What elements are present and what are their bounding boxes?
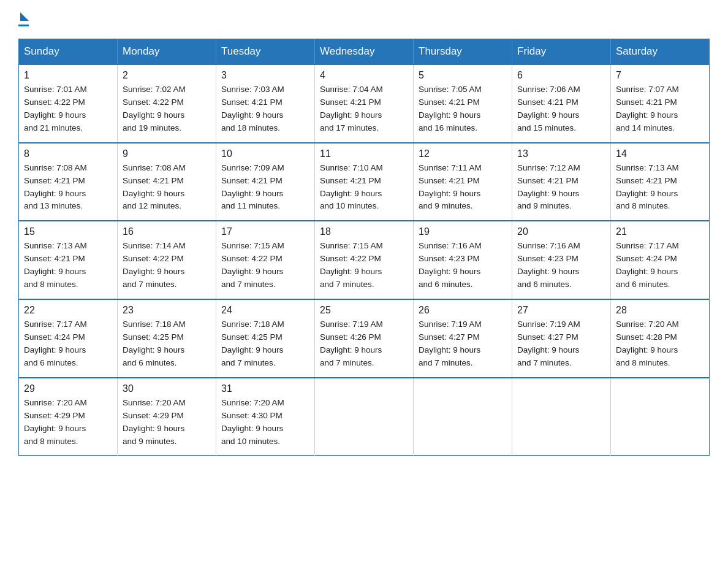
calendar-cell: 8Sunrise: 7:08 AMSunset: 4:21 PMDaylight…	[19, 143, 118, 221]
calendar-cell: 23Sunrise: 7:18 AMSunset: 4:25 PMDayligh…	[118, 299, 216, 378]
day-info: Sunrise: 7:20 AMSunset: 4:28 PMDaylight:…	[616, 318, 704, 370]
day-info: Sunrise: 7:19 AMSunset: 4:27 PMDaylight:…	[517, 318, 605, 370]
calendar-cell: 26Sunrise: 7:19 AMSunset: 4:27 PMDayligh…	[414, 299, 512, 378]
calendar-cell: 4Sunrise: 7:04 AMSunset: 4:21 PMDaylight…	[315, 64, 414, 143]
calendar-cell: 10Sunrise: 7:09 AMSunset: 4:21 PMDayligh…	[216, 143, 315, 221]
calendar-cell	[315, 378, 414, 456]
day-info: Sunrise: 7:08 AMSunset: 4:21 PMDaylight:…	[123, 162, 211, 213]
day-number: 1	[24, 70, 112, 81]
calendar-table: SundayMondayTuesdayWednesdayThursdayFrid…	[18, 39, 710, 456]
day-info: Sunrise: 7:18 AMSunset: 4:25 PMDaylight:…	[221, 318, 309, 370]
day-number: 29	[24, 383, 112, 394]
day-number: 8	[24, 148, 112, 159]
calendar-header-thursday: Thursday	[414, 39, 512, 65]
day-info: Sunrise: 7:13 AMSunset: 4:21 PMDaylight:…	[616, 162, 704, 213]
day-number: 10	[221, 148, 309, 159]
day-info: Sunrise: 7:15 AMSunset: 4:22 PMDaylight:…	[320, 240, 408, 291]
calendar-cell: 18Sunrise: 7:15 AMSunset: 4:22 PMDayligh…	[315, 221, 414, 299]
calendar-cell	[414, 378, 512, 456]
calendar-week-row: 29Sunrise: 7:20 AMSunset: 4:29 PMDayligh…	[19, 378, 710, 456]
day-info: Sunrise: 7:14 AMSunset: 4:22 PMDaylight:…	[123, 240, 211, 291]
day-number: 6	[517, 70, 605, 81]
day-number: 17	[221, 226, 309, 237]
day-number: 26	[419, 305, 507, 316]
day-number: 31	[221, 383, 309, 394]
day-number: 19	[419, 226, 507, 237]
day-info: Sunrise: 7:02 AMSunset: 4:22 PMDaylight:…	[123, 83, 211, 135]
day-info: Sunrise: 7:17 AMSunset: 4:24 PMDaylight:…	[616, 240, 704, 291]
calendar-header-wednesday: Wednesday	[315, 39, 414, 65]
day-number: 5	[419, 70, 507, 81]
day-info: Sunrise: 7:20 AMSunset: 4:29 PMDaylight:…	[24, 397, 112, 448]
calendar-cell: 15Sunrise: 7:13 AMSunset: 4:21 PMDayligh…	[19, 221, 118, 299]
calendar-week-row: 22Sunrise: 7:17 AMSunset: 4:24 PMDayligh…	[19, 299, 710, 378]
day-number: 11	[320, 148, 408, 159]
calendar-cell: 7Sunrise: 7:07 AMSunset: 4:21 PMDaylight…	[611, 64, 710, 143]
day-info: Sunrise: 7:16 AMSunset: 4:23 PMDaylight:…	[517, 240, 605, 291]
calendar-cell: 24Sunrise: 7:18 AMSunset: 4:25 PMDayligh…	[216, 299, 315, 378]
day-info: Sunrise: 7:19 AMSunset: 4:26 PMDaylight:…	[320, 318, 408, 370]
day-number: 18	[320, 226, 408, 237]
day-number: 30	[123, 383, 211, 394]
calendar-week-row: 15Sunrise: 7:13 AMSunset: 4:21 PMDayligh…	[19, 221, 710, 299]
day-info: Sunrise: 7:20 AMSunset: 4:30 PMDaylight:…	[221, 397, 309, 448]
day-info: Sunrise: 7:19 AMSunset: 4:27 PMDaylight:…	[419, 318, 507, 370]
day-number: 15	[24, 226, 112, 237]
calendar-cell: 13Sunrise: 7:12 AMSunset: 4:21 PMDayligh…	[512, 143, 611, 221]
day-number: 21	[616, 226, 704, 237]
day-info: Sunrise: 7:10 AMSunset: 4:21 PMDaylight:…	[320, 162, 408, 213]
logo-underline	[18, 25, 29, 26]
day-info: Sunrise: 7:08 AMSunset: 4:21 PMDaylight:…	[24, 162, 112, 213]
logo	[18, 12, 29, 26]
day-info: Sunrise: 7:18 AMSunset: 4:25 PMDaylight:…	[123, 318, 211, 370]
calendar-header-saturday: Saturday	[611, 39, 710, 65]
day-number: 23	[123, 305, 211, 316]
logo-arrow-icon	[20, 12, 29, 21]
day-number: 2	[123, 70, 211, 81]
day-info: Sunrise: 7:20 AMSunset: 4:29 PMDaylight:…	[123, 397, 211, 448]
day-info: Sunrise: 7:04 AMSunset: 4:21 PMDaylight:…	[320, 83, 408, 135]
calendar-cell: 31Sunrise: 7:20 AMSunset: 4:30 PMDayligh…	[216, 378, 315, 456]
calendar-cell: 28Sunrise: 7:20 AMSunset: 4:28 PMDayligh…	[611, 299, 710, 378]
day-number: 25	[320, 305, 408, 316]
calendar-header-tuesday: Tuesday	[216, 39, 315, 65]
day-info: Sunrise: 7:01 AMSunset: 4:22 PMDaylight:…	[24, 83, 112, 135]
day-number: 7	[616, 70, 704, 81]
calendar-cell: 25Sunrise: 7:19 AMSunset: 4:26 PMDayligh…	[315, 299, 414, 378]
day-info: Sunrise: 7:13 AMSunset: 4:21 PMDaylight:…	[24, 240, 112, 291]
calendar-cell	[611, 378, 710, 456]
day-number: 12	[419, 148, 507, 159]
day-number: 22	[24, 305, 112, 316]
calendar-cell: 17Sunrise: 7:15 AMSunset: 4:22 PMDayligh…	[216, 221, 315, 299]
day-number: 16	[123, 226, 211, 237]
calendar-header-sunday: Sunday	[19, 39, 118, 65]
calendar-cell: 6Sunrise: 7:06 AMSunset: 4:21 PMDaylight…	[512, 64, 611, 143]
calendar-cell: 5Sunrise: 7:05 AMSunset: 4:21 PMDaylight…	[414, 64, 512, 143]
day-number: 4	[320, 70, 408, 81]
calendar-cell: 12Sunrise: 7:11 AMSunset: 4:21 PMDayligh…	[414, 143, 512, 221]
day-number: 9	[123, 148, 211, 159]
day-number: 20	[517, 226, 605, 237]
day-info: Sunrise: 7:17 AMSunset: 4:24 PMDaylight:…	[24, 318, 112, 370]
calendar-cell: 30Sunrise: 7:20 AMSunset: 4:29 PMDayligh…	[118, 378, 216, 456]
calendar-cell: 22Sunrise: 7:17 AMSunset: 4:24 PMDayligh…	[19, 299, 118, 378]
day-info: Sunrise: 7:15 AMSunset: 4:22 PMDaylight:…	[221, 240, 309, 291]
calendar-header-row: SundayMondayTuesdayWednesdayThursdayFrid…	[19, 39, 710, 65]
calendar-cell: 3Sunrise: 7:03 AMSunset: 4:21 PMDaylight…	[216, 64, 315, 143]
day-info: Sunrise: 7:09 AMSunset: 4:21 PMDaylight:…	[221, 162, 309, 213]
calendar-cell: 16Sunrise: 7:14 AMSunset: 4:22 PMDayligh…	[118, 221, 216, 299]
day-number: 13	[517, 148, 605, 159]
calendar-header-monday: Monday	[118, 39, 216, 65]
day-number: 14	[616, 148, 704, 159]
calendar-cell: 9Sunrise: 7:08 AMSunset: 4:21 PMDaylight…	[118, 143, 216, 221]
calendar-cell: 27Sunrise: 7:19 AMSunset: 4:27 PMDayligh…	[512, 299, 611, 378]
calendar-cell: 29Sunrise: 7:20 AMSunset: 4:29 PMDayligh…	[19, 378, 118, 456]
calendar-cell: 20Sunrise: 7:16 AMSunset: 4:23 PMDayligh…	[512, 221, 611, 299]
calendar-cell: 14Sunrise: 7:13 AMSunset: 4:21 PMDayligh…	[611, 143, 710, 221]
day-info: Sunrise: 7:12 AMSunset: 4:21 PMDaylight:…	[517, 162, 605, 213]
calendar-week-row: 8Sunrise: 7:08 AMSunset: 4:21 PMDaylight…	[19, 143, 710, 221]
calendar-cell: 1Sunrise: 7:01 AMSunset: 4:22 PMDaylight…	[19, 64, 118, 143]
day-info: Sunrise: 7:16 AMSunset: 4:23 PMDaylight:…	[419, 240, 507, 291]
day-number: 27	[517, 305, 605, 316]
day-number: 28	[616, 305, 704, 316]
